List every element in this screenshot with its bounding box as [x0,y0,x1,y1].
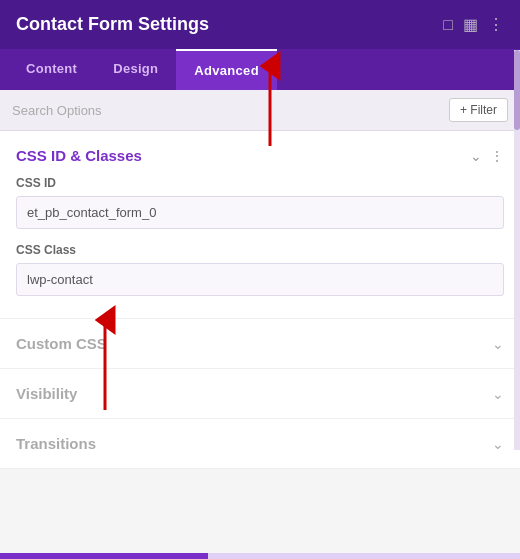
custom-css-section[interactable]: Custom CSS ⌄ [0,319,520,369]
tabs-bar: Content Design Advanced [0,49,520,90]
chevron-down-icon: ⌄ [492,336,504,352]
section-header-icons: ⌄ ⋮ [470,148,504,164]
chevron-down-icon-3: ⌄ [492,436,504,452]
tab-content[interactable]: Content [8,49,95,90]
chevron-down-icon-2: ⌄ [492,386,504,402]
tab-advanced[interactable]: Advanced [176,49,277,90]
css-id-input[interactable] [16,196,504,229]
bottom-progress-bar [0,553,520,559]
page-title: Contact Form Settings [16,14,209,35]
css-id-classes-title: CSS ID & Classes [16,147,142,164]
filter-button[interactable]: + Filter [449,98,508,122]
scrollbar-track[interactable] [514,50,520,450]
section-header: CSS ID & Classes ⌄ ⋮ [16,147,504,164]
custom-css-title: Custom CSS [16,335,107,352]
main-content: CSS ID & Classes ⌄ ⋮ CSS ID CSS Class Cu… [0,131,520,469]
visibility-title: Visibility [16,385,77,402]
search-bar: Search Options + Filter [0,90,520,131]
css-class-input[interactable] [16,263,504,296]
transitions-section[interactable]: Transitions ⌄ [0,419,520,469]
css-id-field-group: CSS ID [16,176,504,229]
more-options-icon[interactable]: ⋮ [490,148,504,164]
search-placeholder: Search Options [12,103,102,118]
transitions-title: Transitions [16,435,96,452]
tab-design[interactable]: Design [95,49,176,90]
header: Contact Form Settings □ ▦ ⋮ [0,0,520,49]
columns-icon[interactable]: ▦ [463,15,478,34]
scrollbar-thumb[interactable] [514,50,520,130]
header-icons: □ ▦ ⋮ [443,15,504,34]
chevron-up-icon[interactable]: ⌄ [470,148,482,164]
visibility-section[interactable]: Visibility ⌄ [0,369,520,419]
more-icon[interactable]: ⋮ [488,15,504,34]
css-id-classes-section: CSS ID & Classes ⌄ ⋮ CSS ID CSS Class [0,131,520,319]
expand-icon[interactable]: □ [443,16,453,34]
css-class-label: CSS Class [16,243,504,257]
css-id-label: CSS ID [16,176,504,190]
css-class-field-group: CSS Class [16,243,504,296]
